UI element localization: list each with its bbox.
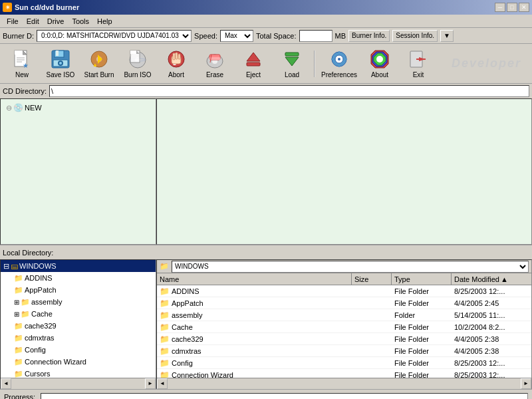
- window-controls: ─ □ ✕: [495, 3, 529, 12]
- svg-rect-28: [178, 54, 180, 59]
- table-row[interactable]: 📁 assembly Folder 5/14/2005 11:...: [157, 309, 531, 321]
- col-header-size[interactable]: Size: [352, 273, 392, 285]
- cd-tree-root[interactable]: ⊖ 💿 NEW: [3, 102, 153, 114]
- burner-dropdown-button[interactable]: ▼: [440, 30, 454, 42]
- file-tree-content: ⊟ 🖴 WINDOWS 📁 ADDINS 📁 AppPatch ⊞ 📁 asse…: [1, 260, 156, 378]
- table-row[interactable]: 📁 cache329 File Folder 4/4/2005 2:38: [157, 333, 531, 345]
- load-button[interactable]: Load: [274, 47, 310, 81]
- exit-button[interactable]: Exit: [400, 47, 436, 81]
- svg-rect-35: [247, 63, 260, 66]
- col-header-date[interactable]: Date Modified ▲: [452, 273, 531, 285]
- tree-item-cache[interactable]: ⊞ 📁 Cache: [1, 308, 156, 320]
- file-list-dir-select[interactable]: WINDOWS: [172, 261, 529, 273]
- abort-button[interactable]: Abort: [158, 47, 194, 81]
- hscroll-track[interactable]: [11, 378, 145, 389]
- table-row[interactable]: 📁 ADDINS File Folder 8/25/2003 12:...: [157, 285, 531, 297]
- tree-item-cursors[interactable]: 📁 Cursors: [1, 368, 156, 378]
- about-button[interactable]: About: [362, 47, 398, 81]
- total-space-input[interactable]: [299, 30, 332, 42]
- burner-device-select[interactable]: 0:0:0,D: MATSHITACDRW/DVD UJDA7401.03: [37, 30, 192, 42]
- tree-item-connection-wizard-label: Connection Wizard: [25, 358, 86, 366]
- close-button[interactable]: ✕: [519, 3, 529, 12]
- file-name: Connection Wizard: [172, 371, 233, 378]
- title-bar: ☀ Sun cd/dvd burner ─ □ ✕: [0, 0, 532, 15]
- file-type: File Folder: [392, 299, 452, 307]
- preferences-button[interactable]: Preferences: [319, 47, 359, 81]
- eject-label: Eject: [246, 71, 261, 78]
- tree-item-config[interactable]: 📁 Config: [1, 344, 156, 356]
- folder-icon-cursors: 📁: [14, 370, 23, 378]
- minimize-button[interactable]: ─: [495, 3, 505, 12]
- menu-tools[interactable]: Tools: [68, 16, 93, 27]
- file-name: ADDINS: [172, 287, 200, 295]
- burn-iso-icon: [127, 49, 148, 70]
- folder-icon-row: 📁: [160, 334, 170, 344]
- start-burn-button[interactable]: ▲ Start Burn: [81, 47, 117, 81]
- exit-label: Exit: [413, 71, 424, 78]
- tree-item-addins[interactable]: 📁 ADDINS: [1, 272, 156, 284]
- folder-icon-cdmxtras: 📁: [14, 334, 23, 342]
- file-name: cache329: [172, 335, 203, 343]
- tree-item-cache329[interactable]: 📁 cache329: [1, 320, 156, 332]
- file-hscroll-track[interactable]: [168, 378, 521, 389]
- file-hscroll-left-btn[interactable]: ◄: [157, 378, 168, 389]
- tree-item-apppatch[interactable]: 📁 AppPatch: [1, 284, 156, 296]
- burner-bar: Burner D: 0:0:0,D: MATSHITACDRW/DVD UJDA…: [0, 28, 532, 44]
- table-row[interactable]: 📁 Config File Folder 8/25/2003 12:...: [157, 357, 531, 369]
- toolbar-separator: [314, 51, 315, 77]
- file-type: File Folder: [392, 347, 452, 355]
- hscroll-left-btn[interactable]: ◄: [1, 378, 11, 389]
- file-hscroll-right-btn[interactable]: ►: [521, 378, 531, 389]
- new-button[interactable]: ★ New: [4, 47, 40, 81]
- tree-item-addins-label: ADDINS: [25, 274, 53, 282]
- eject-button[interactable]: Eject: [235, 47, 271, 81]
- cd-tree-disc-icon: 💿: [13, 103, 23, 112]
- save-iso-button[interactable]: Save ISO: [43, 47, 78, 81]
- col-header-type[interactable]: Type: [392, 273, 452, 285]
- svg-rect-22: [130, 51, 136, 54]
- tree-item-assembly-label: assembly: [31, 298, 62, 306]
- table-row[interactable]: 📁 cdmxtras File Folder 4/4/2005 2:38: [157, 345, 531, 357]
- mb-label: MB: [335, 32, 346, 40]
- tree-item-windows[interactable]: ⊟ 🖴 WINDOWS: [1, 260, 156, 272]
- col-header-name[interactable]: Name: [157, 273, 352, 285]
- svg-rect-41: [338, 51, 340, 55]
- burn-iso-button[interactable]: Burn ISO: [120, 47, 156, 81]
- menu-bar: File Edit Drive Tools Help: [0, 15, 532, 28]
- table-row[interactable]: 📁 Connection Wizard File Folder 8/25/200…: [157, 369, 531, 378]
- erase-button[interactable]: Erase: [197, 47, 233, 81]
- file-name: assembly: [172, 311, 202, 319]
- abort-icon: [166, 49, 187, 70]
- menu-file[interactable]: File: [3, 16, 23, 27]
- file-list-hscrollbar[interactable]: ◄ ►: [157, 378, 531, 388]
- exit-icon: [408, 49, 429, 70]
- folder-icon-row: 📁: [160, 370, 170, 378]
- hscroll-right-btn[interactable]: ►: [145, 378, 156, 389]
- start-burn-label: Start Burn: [84, 71, 114, 78]
- tree-item-cdmxtras-label: cdmxtras: [25, 334, 55, 342]
- expand-icon-cache: ⊞: [14, 311, 19, 318]
- file-date: 4/4/2005 2:38: [452, 347, 531, 355]
- file-list-content: 📁 ADDINS File Folder 8/25/2003 12:... 📁 …: [157, 285, 531, 378]
- tree-hscrollbar[interactable]: ◄ ►: [1, 378, 156, 388]
- session-info-button[interactable]: Session Info.: [392, 30, 438, 42]
- table-row[interactable]: 📁 AppPatch File Folder 4/4/2005 2:45: [157, 297, 531, 309]
- tree-item-cdmxtras[interactable]: 📁 cdmxtras: [1, 332, 156, 344]
- file-type: File Folder: [392, 359, 452, 367]
- svg-point-12: [59, 62, 62, 65]
- speed-select[interactable]: Max: [220, 30, 253, 42]
- tree-item-assembly[interactable]: ⊞ 📁 assembly: [1, 296, 156, 308]
- cd-directory-input[interactable]: [49, 85, 529, 97]
- folder-icon-cache329: 📁: [14, 322, 23, 331]
- cd-directory-bar: CD Directory:: [0, 84, 532, 98]
- menu-help[interactable]: Help: [93, 16, 116, 27]
- maximize-button[interactable]: □: [507, 3, 517, 12]
- svg-marker-36: [285, 57, 299, 66]
- svg-point-48: [376, 56, 383, 63]
- menu-drive[interactable]: Drive: [43, 16, 68, 27]
- tree-item-connection-wizard[interactable]: 📁 Connection Wizard: [1, 356, 156, 368]
- table-row[interactable]: 📁 Cache File Folder 10/2/2004 8:2...: [157, 321, 531, 333]
- menu-edit[interactable]: Edit: [23, 16, 43, 27]
- burner-label: Burner D:: [3, 32, 34, 40]
- burner-info-button[interactable]: Burner Info.: [348, 30, 390, 42]
